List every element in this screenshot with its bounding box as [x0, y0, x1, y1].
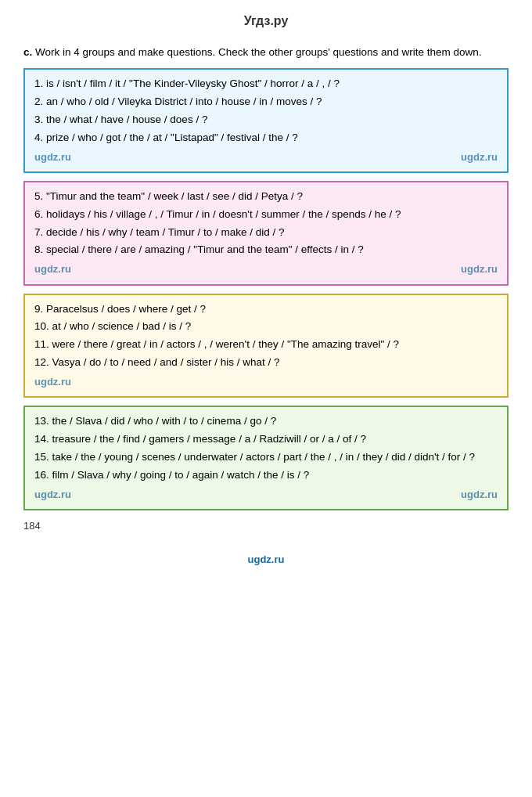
list-item: 3. the / what / have / house / does / ? [34, 112, 498, 128]
instruction: с. Work in 4 groups and make questions. … [23, 45, 509, 60]
list-item: 2. an / who / old / Vileyka District / i… [34, 94, 498, 110]
footer-watermark: ugdz.ru [0, 554, 532, 565]
instruction-text: Work in 4 groups and make questions. Che… [35, 46, 481, 58]
watermark-left: ugdz.ru [34, 150, 71, 165]
watermark-left: ugdz.ru [34, 261, 71, 277]
list-item: 11. were / there / great / in / actors /… [34, 337, 498, 353]
list-item: 16. film / Slava / why / going / to / ag… [34, 467, 498, 484]
instruction-letter: с. [23, 46, 32, 58]
watermark-row: ugdz.ru ugdz.ru [34, 261, 498, 277]
watermark-row: ugdz.ru [34, 374, 498, 390]
box-yellow: 9. Paracelsus / does / where / get / ? 1… [23, 294, 509, 398]
site-title: Угдз.ру [244, 14, 289, 27]
watermark-row: ugdz.ru ugdz.ru [34, 487, 498, 503]
box-blue: 1. is / isn't / film / it / "The Kinder-… [23, 68, 509, 173]
watermark-row: ugdz.ru ugdz.ru [34, 150, 498, 165]
pink-items: 5. "Timur and the team" / week / last / … [34, 189, 498, 259]
list-item: 14. treasure / the / find / gamers / mes… [34, 431, 498, 448]
green-items: 13. the / Slava / did / who / with / to … [34, 413, 498, 484]
page-content: с. Work in 4 groups and make questions. … [0, 38, 532, 547]
list-item: 6. holidays / his / village / , / Timur … [34, 207, 498, 223]
list-item: 12. Vasya / do / to / need / and / siste… [34, 355, 498, 371]
watermark-right: ugdz.ru [461, 261, 498, 277]
watermark-right: ugdz.ru [461, 487, 498, 503]
watermark-left: ugdz.ru [34, 374, 71, 390]
site-header: Угдз.ру [0, 8, 532, 38]
list-item: 10. at / who / science / bad / is / ? [34, 319, 498, 335]
box-green: 13. the / Slava / did / who / with / to … [23, 406, 509, 510]
box-pink: 5. "Timur and the team" / week / last / … [23, 181, 509, 286]
list-item: 9. Paracelsus / does / where / get / ? [34, 301, 498, 318]
watermark-right: ugdz.ru [461, 150, 498, 165]
list-item: 4. prize / who / got / the / at / "Lista… [34, 130, 498, 146]
page-number: 184 [23, 520, 509, 532]
list-item: 1. is / isn't / film / it / "The Kinder-… [34, 76, 498, 92]
watermark-left: ugdz.ru [34, 487, 71, 503]
list-item: 15. take / the / young / scenes / underw… [34, 449, 498, 466]
list-item: 7. decide / his / why / team / Timur / t… [34, 225, 498, 241]
blue-items: 1. is / isn't / film / it / "The Kinder-… [34, 76, 498, 146]
yellow-items: 9. Paracelsus / does / where / get / ? 1… [34, 301, 498, 372]
list-item: 13. the / Slava / did / who / with / to … [34, 413, 498, 430]
list-item: 8. special / there / are / amazing / "Ti… [34, 242, 498, 258]
list-item: 5. "Timur and the team" / week / last / … [34, 189, 498, 205]
